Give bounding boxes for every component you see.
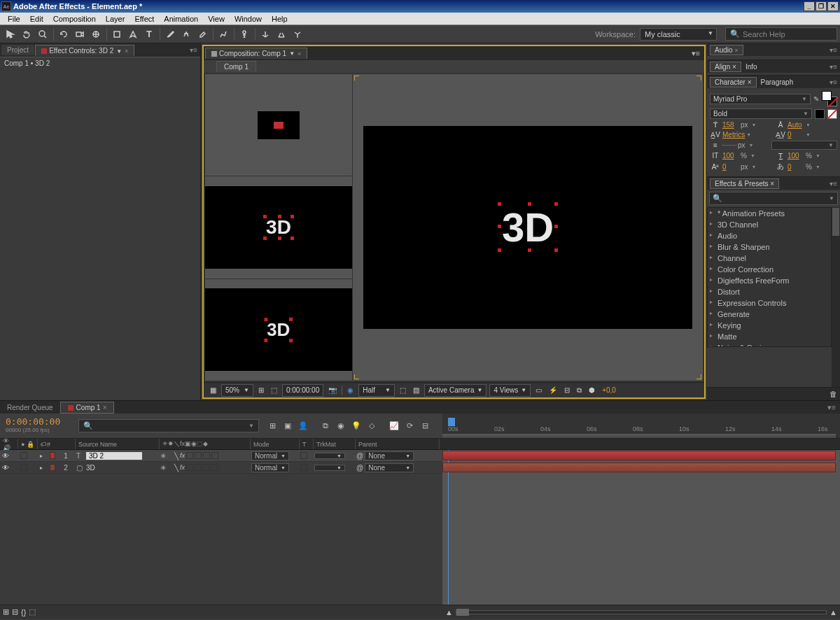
fx-category[interactable]: Keying <box>708 320 831 331</box>
align-tab[interactable]: Align × <box>710 62 741 72</box>
auto-keyframe-button[interactable]: ◇ <box>365 420 378 432</box>
fx-category[interactable]: Noise & Grain <box>708 342 831 347</box>
font-style-select[interactable]: Bold▼ <box>710 108 812 119</box>
tsume-input[interactable]: 0 <box>788 163 804 171</box>
camera-tool[interactable] <box>72 27 88 42</box>
brainstorm-button[interactable]: 💡 <box>350 420 363 432</box>
effects-presets-tab[interactable]: Effects & Presets × <box>710 178 779 189</box>
close-button[interactable]: ✕ <box>827 1 839 11</box>
time-ruler[interactable]: 00s02s04s06s08s10s12s14s16s <box>442 414 840 438</box>
col-mode[interactable]: Mode <box>251 439 300 449</box>
text-layer-preview[interactable]: 3D <box>502 204 554 251</box>
character-tab[interactable]: Character × <box>710 77 757 87</box>
pickwhip-icon[interactable]: @ <box>356 464 363 472</box>
timeline-graph[interactable] <box>442 450 840 605</box>
text-layer-preview[interactable]: 3D <box>267 319 290 341</box>
trash-icon[interactable]: 🗑 <box>830 390 837 398</box>
mask-toggle-button[interactable]: ⬚ <box>267 384 281 397</box>
motion-blur-button[interactable]: ◉ <box>335 420 347 432</box>
preserve-transparency[interactable] <box>300 464 307 471</box>
view-front[interactable]: 3D <box>205 176 352 278</box>
view-custom[interactable]: 3D <box>205 279 352 381</box>
search-help-input[interactable]: 🔍 Search Help <box>725 27 837 41</box>
toggle-switches-button[interactable]: ⊞ <box>3 607 9 617</box>
fx-switch[interactable]: fx <box>180 452 185 459</box>
blend-mode-select[interactable]: Normal▼ <box>251 463 289 472</box>
fx-category[interactable]: 3D Channel <box>708 219 831 230</box>
solo-toggle[interactable] <box>20 464 27 471</box>
layer-row[interactable]: 👁▸1T3D 2✳╲fxNormal▼▼@None▼ <box>0 450 442 462</box>
layer-name-input[interactable]: 3D 2 <box>86 452 142 460</box>
label-color[interactable] <box>50 452 55 459</box>
graph-editor-button[interactable]: 📈 <box>388 420 400 432</box>
effects-search-input[interactable]: 🔍▼ <box>709 192 838 205</box>
menu-help[interactable]: Help <box>267 14 293 24</box>
panel-options-icon[interactable]: ▾≡ <box>830 78 837 86</box>
live-update-button[interactable]: ⟳ <box>403 420 416 432</box>
close-tab-icon[interactable]: × <box>298 50 301 57</box>
adjustment-switch[interactable] <box>203 464 210 471</box>
fx-category[interactable]: Generate <box>708 309 831 320</box>
rectangle-tool[interactable] <box>109 27 125 42</box>
frame-blend-switch[interactable] <box>186 464 193 471</box>
label-color[interactable] <box>50 464 55 471</box>
pan-behind-tool[interactable] <box>88 27 104 42</box>
selection-tool[interactable] <box>3 27 18 42</box>
fx-category[interactable]: Digieffects FreeForm <box>708 275 831 286</box>
roto-tool[interactable] <box>216 27 231 42</box>
exposure-value[interactable]: +0,0 <box>598 384 620 397</box>
quality-switch[interactable]: ╲ <box>174 452 178 460</box>
frame-blend-button[interactable]: ⧉ <box>319 420 332 432</box>
motion-blur-switch[interactable] <box>195 464 202 471</box>
color-swatch[interactable] <box>822 91 837 106</box>
3d-switch[interactable] <box>211 464 218 471</box>
view-select[interactable]: Active Camera ▼ <box>424 384 487 397</box>
shy-button[interactable]: 👤 <box>297 420 309 432</box>
clone-tool[interactable] <box>178 27 194 42</box>
info-tab[interactable]: Info <box>741 62 762 71</box>
toggle-render-button[interactable]: ⬚ <box>29 607 36 617</box>
comp-mini-button[interactable]: ⊞ <box>266 420 279 432</box>
col-av[interactable]: 👁🔊 <box>0 439 18 449</box>
shy-switch[interactable]: ✳ <box>160 464 166 472</box>
layer-duration-bar[interactable] <box>442 451 836 460</box>
leading-input[interactable]: Auto <box>788 121 804 129</box>
paragraph-tab[interactable]: Paragraph <box>757 78 798 87</box>
blend-mode-select[interactable]: Normal▼ <box>251 451 289 460</box>
solo-toggle[interactable] <box>20 452 27 459</box>
current-timecode[interactable]: 0:00:00:00 <box>6 416 69 427</box>
reset-exposure-button[interactable]: ⬢ <box>585 384 598 397</box>
view-axis-button[interactable] <box>290 27 305 42</box>
col-label[interactable]: 🏷 # <box>38 439 76 449</box>
zoom-tool[interactable] <box>35 27 50 42</box>
col-source-name[interactable]: Source Name <box>76 439 160 449</box>
layout-select[interactable]: 4 Views ▼ <box>489 384 531 397</box>
parent-select[interactable]: None▼ <box>365 451 414 460</box>
fx-category[interactable]: Color Correction <box>708 264 831 275</box>
menu-edit[interactable]: Edit <box>25 14 48 24</box>
fx-category[interactable]: * Animation Presets <box>708 208 831 219</box>
layer-name[interactable]: 3D <box>86 464 95 472</box>
stroke-swatch[interactable] <box>815 109 825 119</box>
col-parent[interactable]: Parent <box>356 439 440 449</box>
kerning-input[interactable]: Metrics <box>722 131 745 139</box>
maximize-button[interactable]: ❐ <box>816 1 827 11</box>
col-switches[interactable]: ✳✸＼fx▣◉⬚◆ <box>160 439 251 449</box>
preserve-transparency[interactable] <box>300 452 307 459</box>
zoom-select[interactable]: 50% ▼ <box>221 384 253 397</box>
close-tab-icon[interactable]: × <box>125 48 128 55</box>
brush-tool[interactable] <box>162 27 178 42</box>
rotation-tool[interactable] <box>56 27 71 42</box>
effect-controls-tab[interactable]: Effect Controls: 3D 2▼× <box>35 45 134 56</box>
trkmat-select[interactable]: ▼ <box>314 465 345 471</box>
snapshot-button[interactable]: 📷 <box>325 384 340 397</box>
roi-button[interactable]: ⬚ <box>396 384 410 397</box>
menu-file[interactable]: File <box>3 14 25 24</box>
grid-button[interactable]: ⊞ <box>255 384 267 397</box>
toggle-modes-button[interactable]: ⊟ <box>12 607 18 617</box>
pen-tool[interactable] <box>125 27 141 42</box>
panel-options-icon[interactable]: ▾≡ <box>830 63 837 71</box>
pixel-aspect-button[interactable]: ▭ <box>532 384 545 397</box>
eraser-tool[interactable] <box>195 27 210 42</box>
zoom-in-icon[interactable]: ▲ <box>830 608 837 617</box>
